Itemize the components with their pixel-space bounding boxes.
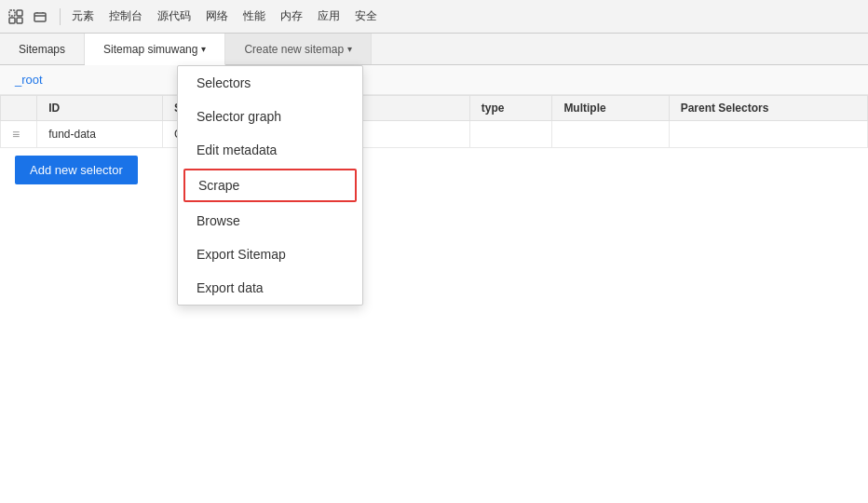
svg-rect-4	[34, 13, 46, 21]
row-drag-handle: ≡	[1, 121, 37, 148]
tab-bar: Sitemaps Sitemap simuwang ▾ Create new s…	[0, 34, 868, 65]
dropdown-item-selectors[interactable]: Selectors	[178, 66, 362, 100]
col-header-type: type	[469, 96, 552, 121]
dropdown-item-edit-metadata[interactable]: Edit metadata	[178, 133, 362, 167]
tab-sitemap-simuwang[interactable]: Sitemap simuwang ▾	[85, 34, 225, 65]
dropdown-item-browse[interactable]: Browse	[178, 204, 362, 238]
dropdown-item-scrape[interactable]: Scrape	[183, 169, 357, 202]
add-selector-button[interactable]: Add new selector	[15, 156, 138, 184]
row-type	[469, 121, 552, 148]
svg-rect-3	[17, 18, 22, 23]
table-area: ID Selector type Multiple Parent Selecto…	[0, 95, 868, 148]
svg-rect-0	[9, 10, 15, 16]
nav-kongzhitai[interactable]: 控制台	[109, 5, 142, 28]
nav-anquan[interactable]: 安全	[355, 5, 377, 28]
selectors-table: ID Selector type Multiple Parent Selecto…	[0, 95, 868, 148]
row-id: fund-data	[37, 121, 163, 148]
col-header-id: ID	[37, 96, 163, 121]
row-parent	[669, 121, 867, 148]
nav-wangluo[interactable]: 网络	[206, 5, 228, 28]
nav-yingyong[interactable]: 应用	[318, 5, 340, 28]
table-row: ≡ fund-data Content:nth-of-type(n+2) > d…	[1, 121, 868, 148]
nav-neicun[interactable]: 内存	[280, 5, 303, 28]
tab-sitemaps[interactable]: Sitemaps	[0, 34, 85, 64]
dropdown-item-selector-graph[interactable]: Selector graph	[178, 100, 362, 133]
tab-create-new-sitemap[interactable]: Create new sitemap ▾	[225, 34, 372, 64]
devtools-icon-group	[7, 8, 61, 25]
dropdown-item-export-sitemap[interactable]: Export Sitemap	[178, 238, 362, 271]
nav-yuansu[interactable]: 元素	[72, 5, 94, 28]
devtools-nav: 元素 控制台 源代码 网络 性能 内存 应用 安全	[72, 5, 377, 28]
nav-xingneng[interactable]: 性能	[243, 5, 265, 28]
create-sitemap-arrow: ▾	[347, 44, 352, 54]
nav-yuandaima[interactable]: 源代码	[157, 5, 191, 28]
svg-rect-2	[9, 18, 15, 23]
col-header-parent: Parent Selectors	[669, 96, 867, 121]
dropdown-item-export-data[interactable]: Export data	[178, 271, 362, 305]
row-multiple	[552, 121, 669, 148]
sitemap-dropdown-arrow: ▾	[201, 44, 206, 54]
breadcrumb: _root	[0, 65, 868, 95]
box-icon[interactable]	[32, 8, 48, 25]
svg-rect-1	[17, 10, 22, 16]
col-header-drag	[1, 96, 37, 121]
main-content: Sitemaps Sitemap simuwang ▾ Create new s…	[0, 34, 868, 503]
cursor-icon[interactable]	[7, 8, 24, 25]
devtools-toolbar: 元素 控制台 源代码 网络 性能 内存 应用 安全	[0, 0, 868, 34]
col-header-multiple: Multiple	[552, 96, 669, 121]
sitemap-dropdown-menu: Selectors Selector graph Edit metadata S…	[177, 65, 363, 306]
breadcrumb-root[interactable]: _root	[15, 73, 43, 87]
